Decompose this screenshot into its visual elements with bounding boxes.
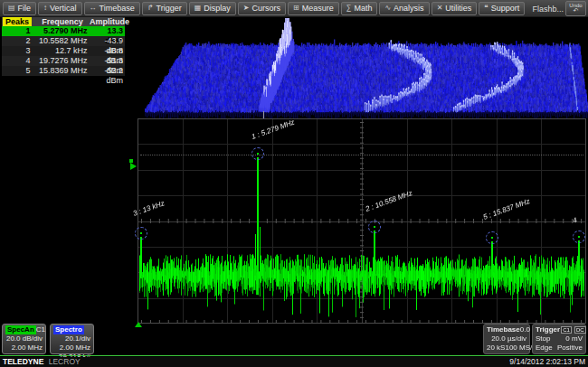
peak-marker-circle-1 — [251, 147, 264, 160]
peaks-table-row-1[interactable]: 15.2790 MHz13.3 dBm — [2, 26, 125, 36]
peaks-table-row-3[interactable]: 312.7 kHz-48.8 dBm — [2, 46, 125, 56]
menu-button-vertical[interactable]: ↕Vertical — [38, 2, 82, 15]
undo-button[interactable]: Undo ↶ — [565, 1, 586, 16]
menu-button-trigger[interactable]: ↱Trigger — [142, 2, 187, 15]
file-icon: ▤ — [8, 5, 15, 12]
trigger-title: Trigger — [536, 325, 560, 334]
peak-amplitude: -52.2 dBm — [90, 66, 125, 76]
timebase-title: Timebase — [487, 325, 520, 334]
menu-label-measure: Measure — [302, 4, 334, 13]
menu-button-support[interactable]: ❝Support — [479, 2, 525, 15]
measure-caliper-icon: ⊞ — [293, 5, 299, 12]
peak-number: 3 — [2, 46, 34, 56]
peak-marker-circle-2 — [368, 221, 381, 233]
peak-marker-circle-4 — [573, 231, 585, 243]
specan-title-chip: SpecAn — [5, 325, 36, 334]
peak-amplitude: -48.8 dBm — [90, 46, 125, 56]
peak-frequency: 12.7 kHz — [34, 46, 90, 56]
peaks-table-row-4[interactable]: 419.7276 MHz-51.3 dBm — [2, 56, 125, 66]
menu-label-cursors: Cursors — [251, 4, 280, 13]
peak-annotation-1: 1 : 5.279 MHz — [251, 118, 296, 141]
peaks-table: Peaks Frequency Amplitude 15.2790 MHz13.… — [2, 17, 125, 76]
frequency-header-cell: Frequency — [35, 17, 90, 26]
specan-channel: C1 — [36, 325, 45, 334]
menu-button-cursors[interactable]: ➤Cursors — [238, 2, 286, 15]
timebase-scale: 20.0 µs/div — [491, 334, 526, 343]
oscilloscope-screen: ▤File↕Vertical↔Timebase↱Trigger▦Display➤… — [0, 0, 588, 367]
timebase-samples: 20 kS — [487, 343, 505, 353]
support-bubble-icon: ❝ — [484, 5, 488, 12]
spectrogram-3d-view — [138, 18, 588, 118]
spectro-span: 2.00 MHz — [60, 343, 90, 353]
menu-button-timebase[interactable]: ↔Timebase — [84, 2, 140, 15]
spectrum-analyzer-panel: 1 : 5.279 MHz2 : 10.558 MHz3 : 13 kHz5 :… — [138, 118, 586, 324]
menubar-items: ▤File↕Vertical↔Timebase↱Trigger▦Display➤… — [0, 0, 526, 16]
trigger-descriptor-box[interactable]: Trigger C1 DC Stop 0 mV Edge Positive — [532, 324, 586, 354]
math-calculator-icon: ∑ — [346, 5, 352, 12]
menu-button-utilities[interactable]: ✕Utilities — [432, 2, 478, 15]
specan-descriptor-box[interactable]: SpecAn C1 20.0 dB/div 2.00 MHz — [2, 324, 46, 354]
peaks-table-header: Peaks Frequency Amplitude — [2, 17, 125, 26]
spectro-title-chip: Spectro — [53, 325, 84, 334]
vertical-arrows-icon: ↕ — [43, 5, 47, 12]
menu-label-trigger: Trigger — [156, 4, 181, 13]
spectro-scale: 20.1/div — [65, 334, 90, 343]
menu-label-file: File — [18, 4, 32, 13]
peak-annotation-2: 2 : 10.558 MHz — [365, 189, 413, 213]
horizontal-arrows-icon: ↔ — [90, 5, 97, 12]
peak-annotation-5: 5 : 15.837 MHz — [482, 197, 531, 221]
menu-label-utilities: Utilities — [445, 4, 471, 13]
peak-threshold-line — [140, 155, 583, 155]
specan-scale: 20.0 dB/div — [6, 334, 43, 343]
menu-label-vertical: Vertical — [50, 4, 77, 13]
peak-frequency: 5.2790 MHz — [34, 26, 90, 36]
peaks-table-row-2[interactable]: 210.5582 MHz-43.9 dBm — [2, 36, 125, 46]
peak-number: 5 — [2, 66, 34, 76]
peak-frequency: 10.5582 MHz — [34, 36, 90, 46]
trigger-coupling-chip: DC — [574, 326, 586, 334]
footer-separator-line — [0, 355, 588, 356]
menu-button-file[interactable]: ▤File — [3, 2, 36, 15]
peaks-table-row-5[interactable]: 515.8369 MHz-52.2 dBm — [2, 66, 125, 76]
menu-button-display[interactable]: ▦Display — [189, 2, 236, 15]
menu-button-measure[interactable]: ⊞Measure — [288, 2, 339, 15]
menu-bar: ▤File↕Vertical↔Timebase↱Trigger▦Display➤… — [0, 0, 588, 17]
flashback-status-text: Flashb... — [532, 5, 564, 14]
brand-lecroy: LECROY — [49, 357, 81, 366]
spectro-descriptor-box[interactable]: Spectro 20.1/div 2.00 MHz 29.218 k# — [50, 324, 94, 354]
peak-frequency: 15.8369 MHz — [34, 66, 90, 76]
analysis-waveform-icon: ∿ — [384, 5, 391, 12]
trigger-level: 0 mV — [565, 334, 583, 343]
timebase-descriptor-box[interactable]: Timebase 0.0 µs 20.0 µs/div 20 kS 100 MS… — [483, 324, 530, 354]
menu-button-math[interactable]: ∑Math — [341, 2, 378, 15]
peak-number: 2 — [2, 36, 34, 46]
peak-number: 4 — [2, 56, 34, 66]
datetime-display: 9/14/2012 2:02:13 PM — [509, 357, 585, 367]
amplitude-header-cell: Amplitude — [90, 17, 124, 26]
peak-marker-circle-5 — [486, 231, 498, 244]
peaks-header-chip: Peaks — [3, 17, 32, 26]
brand-teledyne: TELEDYNE — [3, 357, 43, 366]
footer-bar: TELEDYNE LECROY 9/14/2012 2:02:13 PM — [0, 357, 588, 367]
menu-button-analysis[interactable]: ∿Analysis — [379, 2, 429, 15]
display-monitor-icon: ▦ — [194, 5, 202, 12]
undo-arrow-icon: ↶ — [566, 7, 585, 14]
menu-label-math: Math — [354, 4, 372, 13]
brand-logo: TELEDYNE LECROY — [3, 357, 81, 367]
utilities-tools-icon: ✕ — [437, 5, 443, 12]
peak-marker-circle-3 — [135, 227, 147, 240]
specan-trace-arrow-icon — [130, 163, 137, 170]
menu-label-display: Display — [204, 4, 231, 13]
menu-label-support: Support — [491, 4, 520, 13]
peaks-table-body: 15.2790 MHz13.3 dBm210.5582 MHz-43.9 dBm… — [2, 26, 125, 76]
peak-number: 1 — [2, 26, 34, 36]
trigger-edge-icon: ↱ — [147, 5, 154, 12]
peak-annotation-4: 4 — [572, 216, 578, 225]
spectrum-overlay: 1 : 5.279 MHz2 : 10.558 MHz3 : 13 kHz5 :… — [138, 118, 586, 324]
trigger-mode: Stop — [536, 334, 550, 343]
specan-span: 2.00 MHz — [12, 343, 43, 353]
peak-amplitude: 13.3 dBm — [90, 26, 125, 36]
peak-annotation-3: 3 : 13 kHz — [132, 199, 166, 218]
trigger-type: Edge — [536, 343, 553, 353]
menu-label-analysis: Analysis — [394, 4, 424, 13]
